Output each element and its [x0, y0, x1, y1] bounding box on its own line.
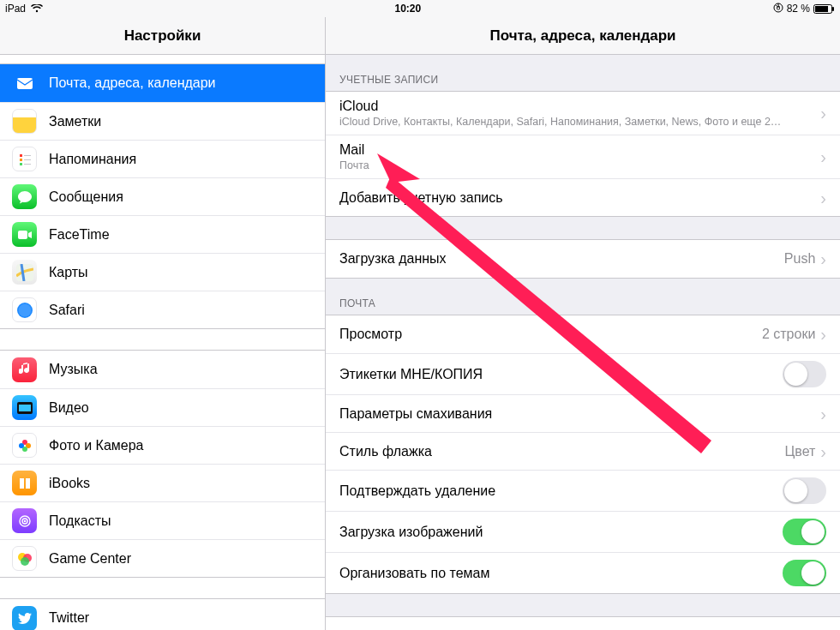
status-bar: iPad 10:20 82 %: [0, 0, 840, 17]
sidebar-item-mail[interactable]: Почта, адреса, календари: [0, 64, 325, 102]
svg-rect-8: [20, 159, 22, 161]
gamecenter-icon: [12, 546, 37, 571]
sidebar-item-label: Twitter: [49, 610, 313, 626]
svg-point-16: [18, 303, 31, 316]
svg-rect-9: [20, 163, 22, 165]
sidebar-item-label: Подкасты: [49, 513, 313, 529]
sidebar-item-ibooks[interactable]: iBooks: [0, 464, 325, 501]
sidebar-item-label: Game Center: [49, 551, 313, 567]
row-value: 2 строки: [762, 327, 815, 342]
row-label: Загрузка изображений: [339, 525, 783, 540]
photos-icon: [12, 433, 37, 458]
chevron-right-icon: ›: [820, 189, 826, 207]
music-icon: [12, 357, 37, 382]
detail-title: Почта, адреса, календари: [326, 17, 840, 54]
battery-pct: 82 %: [787, 3, 810, 15]
chevron-right-icon: ›: [820, 405, 826, 423]
add-account-label: Добавить учетную запись: [339, 190, 820, 206]
device-label: iPad: [5, 3, 26, 15]
sidebar-item-video[interactable]: Видео: [0, 388, 325, 426]
tocc-toggle[interactable]: [783, 361, 826, 387]
row-label: Стиль флажка: [339, 444, 784, 459]
preview-row[interactable]: Просмотр 2 строки ›: [326, 315, 840, 353]
sidebar-item-label: Почта, адреса, календари: [49, 75, 313, 91]
add-account-row[interactable]: Добавить учетную запись ›: [326, 178, 840, 216]
row-label: Параметры смахивания: [339, 406, 820, 422]
row-label: Просмотр: [339, 327, 762, 342]
account-row-icloud[interactable]: iCloud iCloud Drive, Контакты, Календари…: [326, 92, 840, 135]
chevron-right-icon: ›: [820, 148, 826, 165]
sidebar-item-messages[interactable]: Сообщения: [0, 177, 325, 215]
sidebar-item-label: Напоминания: [49, 152, 313, 167]
twitter-icon: [12, 606, 37, 631]
threads-row[interactable]: Организовать по темам: [326, 552, 840, 593]
sidebar-item-safari[interactable]: Safari: [0, 291, 325, 328]
svg-rect-4: [815, 6, 828, 12]
fetch-label: Загрузка данных: [339, 251, 784, 267]
sidebar-item-music[interactable]: Музыка: [0, 351, 325, 388]
sidebar-item-label: Карты: [49, 265, 313, 280]
svg-rect-18: [19, 405, 31, 411]
settings-sidebar[interactable]: Почта, адреса, календари Заметки Напомин…: [0, 55, 326, 630]
sidebar-item-label: Заметки: [49, 114, 313, 129]
facetime-icon: [12, 222, 37, 247]
svg-point-25: [23, 519, 26, 522]
load-images-toggle[interactable]: [783, 519, 826, 545]
sidebar-item-facetime[interactable]: FaceTime: [0, 215, 325, 253]
swipe-row[interactable]: Параметры смахивания ›: [326, 394, 840, 432]
sidebar-item-label: Музыка: [49, 362, 313, 377]
sidebar-item-label: FaceTime: [49, 227, 313, 243]
svg-rect-13: [18, 231, 27, 239]
sidebar-item-photos[interactable]: Фото и Камера: [0, 426, 325, 464]
account-name: iCloud: [339, 99, 820, 114]
sidebar-item-podcasts[interactable]: Подкасты: [0, 501, 325, 539]
chevron-right-icon: ›: [820, 250, 826, 267]
wifi-icon: [31, 4, 43, 13]
chevron-right-icon: ›: [820, 443, 826, 460]
safari-icon: [12, 297, 37, 322]
confirm-delete-row[interactable]: Подтверждать удаление: [326, 470, 840, 511]
confirm-delete-toggle[interactable]: [783, 477, 826, 504]
notes-icon: [12, 109, 37, 134]
row-label: Организовать по темам: [339, 566, 783, 581]
reminders-icon: [12, 147, 37, 171]
chevron-right-icon: ›: [820, 105, 826, 122]
sidebar-title: Настройки: [0, 17, 326, 54]
rotation-lock-icon: [773, 3, 783, 15]
sidebar-item-label: Видео: [49, 400, 313, 416]
fetch-row[interactable]: Загрузка данных Push ›: [326, 240, 840, 278]
account-sub: Почта: [339, 159, 820, 171]
tocc-row[interactable]: Этикетки МНЕ/КОПИЯ: [326, 353, 840, 394]
messages-icon: [12, 184, 37, 209]
load-images-row[interactable]: Загрузка изображений: [326, 511, 840, 552]
sidebar-item-notes[interactable]: Заметки: [0, 102, 325, 140]
svg-point-22: [19, 443, 24, 448]
threads-toggle[interactable]: [783, 560, 826, 586]
row-value: Цвет: [784, 444, 815, 459]
account-name: Mail: [339, 142, 820, 158]
sidebar-item-label: Сообщения: [49, 189, 313, 205]
sidebar-item-reminders[interactable]: Напоминания: [0, 140, 325, 177]
ibooks-icon: [12, 471, 37, 495]
detail-pane[interactable]: УЧЕТНЫЕ ЗАПИСИ iCloud iCloud Drive, Конт…: [326, 55, 840, 630]
row-label: Этикетки МНЕ/КОПИЯ: [339, 367, 783, 382]
sidebar-item-maps[interactable]: Карты: [0, 253, 325, 291]
svg-rect-5: [832, 7, 834, 11]
mail-header: ПОЧТА: [326, 279, 840, 315]
flag-row[interactable]: Стиль флажка Цвет ›: [326, 432, 840, 470]
sidebar-item-label: iBooks: [49, 476, 313, 491]
svg-rect-7: [20, 154, 22, 157]
sidebar-item-label: Safari: [49, 303, 313, 318]
podcasts-icon: [12, 508, 37, 533]
account-row-mail[interactable]: Mail Почта ›: [326, 135, 840, 178]
fetch-value: Push: [784, 251, 815, 267]
sidebar-item-twitter[interactable]: Twitter: [0, 599, 325, 630]
svg-rect-6: [17, 78, 33, 89]
maps-icon: [12, 260, 37, 285]
status-time: 10:20: [43, 3, 773, 15]
video-icon: [12, 395, 37, 420]
sidebar-item-gamecenter[interactable]: Game Center: [0, 539, 325, 577]
header-bar: Настройки Почта, адреса, календари: [0, 17, 840, 55]
mail-icon: [12, 71, 37, 96]
next-group-peek: [326, 617, 840, 630]
